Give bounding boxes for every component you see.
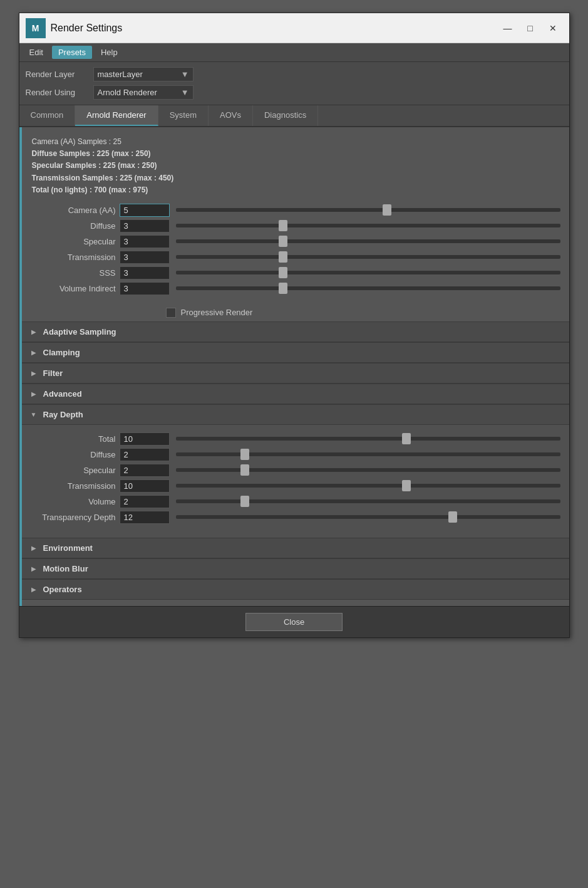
minimize-button[interactable]: — (498, 19, 518, 37)
transmission-track[interactable] (176, 255, 560, 259)
ray-transmission-track[interactable] (176, 484, 560, 488)
ray-volume-row: Volume (28, 495, 563, 508)
transparency-depth-row: Transparency Depth (28, 511, 563, 524)
ray-total-label: Total (28, 434, 116, 444)
tab-common[interactable]: Common (19, 105, 76, 126)
sss-thumb[interactable] (279, 267, 287, 278)
tab-aovs[interactable]: AOVs (209, 105, 253, 126)
tab-arnold-renderer[interactable]: Arnold Renderer (75, 105, 158, 126)
sss-label: SSS (28, 268, 116, 278)
close-button[interactable]: Close (245, 613, 343, 631)
camera-aa-input[interactable] (120, 204, 170, 217)
ray-transmission-label: Transmission (28, 481, 116, 491)
ray-total-track[interactable] (176, 437, 560, 441)
maximize-button[interactable]: □ (520, 19, 540, 37)
volume-indirect-row: Volume Indirect (28, 282, 563, 295)
diffuse-track[interactable] (176, 224, 560, 227)
camera-aa-track[interactable] (176, 208, 560, 212)
tab-system[interactable]: System (158, 105, 209, 126)
ray-total-input[interactable] (120, 432, 170, 446)
render-using-arrow-icon: ▼ (181, 88, 189, 97)
render-layer-dropdown[interactable]: masterLayer ▼ (93, 67, 193, 81)
specular-row: Specular (28, 235, 563, 248)
ray-specular-track[interactable] (176, 468, 560, 472)
sampling-info: Camera (AA) Samples : 25 Diffuse Samples… (22, 133, 569, 201)
transparency-depth-thumb[interactable] (448, 511, 457, 523)
sss-input[interactable] (120, 266, 170, 279)
main-content: Camera (AA) Samples : 25 Diffuse Samples… (19, 127, 569, 606)
diffuse-thumb[interactable] (279, 220, 287, 231)
filter-header[interactable]: ▶ Filter (22, 363, 569, 384)
render-layer-arrow-icon: ▼ (181, 70, 189, 79)
transparency-depth-input[interactable] (120, 511, 170, 524)
specular-track[interactable] (176, 239, 560, 243)
operators-header[interactable]: ▶ Operators (22, 579, 569, 600)
ray-specular-row: Specular (28, 464, 563, 477)
close-window-button[interactable]: ✕ (543, 19, 563, 37)
ray-depth-content: Total Diffuse (22, 425, 569, 538)
operators-arrow-icon: ▶ (29, 585, 38, 593)
clamping-header[interactable]: ▶ Clamping (22, 342, 569, 363)
motion-blur-title: Motion Blur (43, 564, 88, 573)
ray-depth-header[interactable]: ▼ Ray Depth (22, 404, 569, 425)
volume-indirect-track[interactable] (176, 286, 560, 290)
ray-diffuse-thumb[interactable] (240, 449, 249, 460)
scroll-area[interactable]: Camera (AA) Samples : 25 Diffuse Samples… (22, 127, 569, 606)
motion-blur-arrow-icon: ▶ (29, 564, 38, 573)
diffuse-input[interactable] (120, 219, 170, 232)
info-camera-aa: Camera (AA) Samples : 25 (32, 136, 559, 148)
menu-help[interactable]: Help (95, 46, 124, 59)
filter-arrow-icon: ▶ (29, 368, 38, 377)
ray-transmission-thumb[interactable] (402, 480, 411, 491)
adaptive-sampling-arrow-icon: ▶ (29, 327, 38, 336)
ray-specular-label: Specular (28, 466, 116, 475)
tabs-bar: Common Arnold Renderer System AOVs Diagn… (19, 105, 569, 127)
environment-title: Environment (43, 543, 93, 553)
camera-aa-label: Camera (AA) (28, 206, 116, 215)
ray-volume-track[interactable] (176, 499, 560, 503)
window-controls: — □ ✕ (498, 19, 563, 37)
volume-indirect-input[interactable] (120, 282, 170, 295)
menu-edit[interactable]: Edit (23, 46, 49, 59)
ray-total-thumb[interactable] (402, 433, 411, 444)
ray-transmission-input[interactable] (120, 479, 170, 493)
ray-diffuse-label: Diffuse (28, 450, 116, 459)
transparency-depth-track[interactable] (176, 515, 560, 519)
progressive-render-checkbox[interactable] (166, 308, 176, 318)
motion-blur-header[interactable]: ▶ Motion Blur (22, 558, 569, 579)
ray-specular-input[interactable] (120, 464, 170, 477)
render-layer-label: Render Layer (26, 70, 88, 79)
camera-aa-thumb[interactable] (383, 204, 391, 216)
info-diffuse: Diffuse Samples : 225 (max : 250) (32, 148, 559, 160)
window-title: Render Settings (51, 23, 498, 34)
ray-diffuse-input[interactable] (120, 448, 170, 461)
render-using-dropdown[interactable]: Arnold Renderer ▼ (93, 85, 193, 100)
progressive-render-row: Progressive Render (22, 304, 569, 321)
advanced-header[interactable]: ▶ Advanced (22, 384, 569, 404)
volume-indirect-label: Volume Indirect (28, 284, 116, 293)
operators-title: Operators (43, 585, 82, 594)
environment-header[interactable]: ▶ Environment (22, 538, 569, 558)
sampling-sliders: Camera (AA) Diffuse Specular (22, 201, 569, 304)
menu-presets[interactable]: Presets (52, 46, 92, 59)
specular-input[interactable] (120, 235, 170, 248)
render-using-row: Render Using Arnold Renderer ▼ (26, 85, 563, 100)
volume-indirect-thumb[interactable] (279, 283, 287, 294)
ray-specular-thumb[interactable] (240, 464, 249, 476)
ray-volume-thumb[interactable] (240, 496, 249, 507)
ray-diffuse-track[interactable] (176, 452, 560, 456)
adaptive-sampling-title: Adaptive Sampling (43, 327, 116, 337)
tab-diagnostics[interactable]: Diagnostics (253, 105, 318, 126)
transmission-input[interactable] (120, 251, 170, 264)
render-layer-row: Render Layer masterLayer ▼ (26, 67, 563, 81)
transmission-thumb[interactable] (279, 251, 287, 263)
adaptive-sampling-header[interactable]: ▶ Adaptive Sampling (22, 321, 569, 342)
sss-track[interactable] (176, 271, 560, 274)
progressive-render-label: Progressive Render (181, 308, 253, 317)
title-bar: M Render Settings — □ ✕ (19, 13, 569, 43)
clamping-title: Clamping (43, 348, 80, 357)
advanced-title: Advanced (43, 389, 82, 399)
dropdowns-section: Render Layer masterLayer ▼ Render Using … (19, 62, 569, 105)
specular-thumb[interactable] (279, 236, 287, 247)
ray-volume-input[interactable] (120, 495, 170, 508)
